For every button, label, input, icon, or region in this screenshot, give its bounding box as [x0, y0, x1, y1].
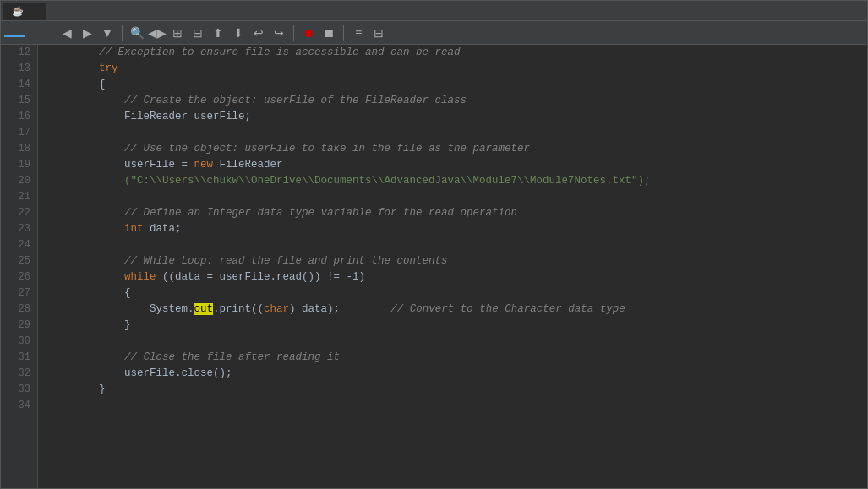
- toolbar-btn-15[interactable]: ⊟: [369, 24, 388, 41]
- toolbar-btn-6[interactable]: ⊞: [168, 24, 187, 41]
- line-number-24: 24: [4, 237, 30, 253]
- line-number-13: 13: [4, 61, 30, 77]
- code-line-34: [48, 398, 867, 414]
- line-numbers: 1213141516171819202122232425262728293031…: [1, 45, 38, 488]
- code-line-25: // While Loop: read the file and print t…: [48, 253, 867, 269]
- ide-window: ☕ ◀ ▶ ▼ 🔍 ◀▶ ⊞ ⊟ ⬆ ⬇ ↩ ↪ ⏺ ⏹ ≡ ⊟ 1213141…: [0, 0, 868, 489]
- toolbar-btn-10[interactable]: ↩: [249, 24, 268, 41]
- line-number-16: 16: [4, 109, 30, 125]
- toolbar-btn-11[interactable]: ↪: [270, 24, 288, 41]
- code-line-23: int data;: [48, 221, 867, 237]
- line-number-17: 17: [4, 125, 30, 141]
- line-number-14: 14: [4, 77, 30, 93]
- line-number-27: 27: [4, 285, 30, 302]
- line-number-21: 21: [4, 189, 30, 205]
- code-line-17: [48, 125, 867, 141]
- line-number-18: 18: [4, 141, 30, 157]
- code-line-20: ("C:\\Users\\chukw\\OneDrive\\Documents\…: [48, 173, 867, 189]
- code-line-18: // Use the object: userFile to take in t…: [48, 141, 867, 157]
- toolbar: ◀ ▶ ▼ 🔍 ◀▶ ⊞ ⊟ ⬆ ⬇ ↩ ↪ ⏺ ⏹ ≡ ⊟: [1, 21, 867, 45]
- code-line-22: // Define an Integer data type variable …: [48, 205, 867, 221]
- code-content[interactable]: // Exception to ensure file is accessibl…: [38, 45, 867, 488]
- code-line-14: {: [48, 77, 867, 93]
- toolbar-btn-5[interactable]: ◀▶: [148, 24, 167, 41]
- tab-icon: ☕: [12, 6, 24, 17]
- line-number-30: 30: [4, 334, 30, 350]
- code-line-13: try: [48, 61, 867, 77]
- code-line-16: FileReader userFile;: [48, 109, 867, 125]
- code-line-27: {: [48, 285, 867, 302]
- line-number-20: 20: [4, 173, 30, 189]
- line-number-33: 33: [4, 382, 30, 398]
- code-line-29: }: [48, 318, 867, 334]
- code-line-31: // Close the file after reading it: [48, 350, 867, 366]
- toolbar-btn-9[interactable]: ⬇: [229, 24, 248, 41]
- line-number-32: 32: [4, 366, 30, 382]
- history-tab[interactable]: [26, 30, 46, 36]
- toolbar-separator-3: [293, 25, 294, 41]
- line-number-15: 15: [4, 93, 30, 109]
- code-line-19: userFile = new FileReader: [48, 157, 867, 173]
- line-number-34: 34: [4, 398, 30, 414]
- source-tab[interactable]: [4, 29, 25, 37]
- tab-filehandling[interactable]: ☕: [3, 3, 46, 20]
- line-number-26: 26: [4, 269, 30, 285]
- code-line-28: System.out.print((char) data); // Conver…: [48, 302, 867, 318]
- line-number-19: 19: [4, 157, 30, 173]
- code-line-24: [48, 237, 867, 253]
- toolbar-btn-1[interactable]: ◀: [57, 24, 76, 41]
- toolbar-btn-2[interactable]: ▶: [78, 24, 96, 41]
- line-number-12: 12: [4, 45, 30, 61]
- line-number-31: 31: [4, 350, 30, 366]
- line-number-28: 28: [4, 302, 30, 318]
- toolbar-btn-13[interactable]: ⏹: [319, 24, 338, 41]
- toolbar-btn-4[interactable]: 🔍: [128, 24, 146, 41]
- toolbar-btn-12[interactable]: ⏺: [299, 24, 318, 41]
- line-number-29: 29: [4, 318, 30, 334]
- toolbar-separator-1: [52, 25, 52, 41]
- code-line-32: userFile.close();: [48, 366, 867, 382]
- toolbar-btn-7[interactable]: ⊟: [188, 24, 207, 41]
- code-line-12: // Exception to ensure file is accessibl…: [48, 45, 867, 61]
- code-line-30: [48, 334, 867, 350]
- tab-bar: ☕: [1, 1, 867, 21]
- code-line-33: }: [48, 382, 867, 398]
- toolbar-btn-8[interactable]: ⬆: [209, 24, 227, 41]
- toolbar-separator-2: [122, 25, 123, 41]
- line-number-23: 23: [4, 221, 30, 237]
- code-line-26: while ((data = userFile.read()) != -1): [48, 269, 867, 285]
- editor-area: 1213141516171819202122232425262728293031…: [1, 45, 867, 488]
- toolbar-btn-14[interactable]: ≡: [349, 24, 368, 41]
- code-line-15: // Create the object: userFile of the Fi…: [48, 93, 867, 109]
- line-number-25: 25: [4, 253, 30, 269]
- toolbar-separator-4: [343, 25, 344, 41]
- code-line-21: [48, 189, 867, 205]
- toolbar-btn-3[interactable]: ▼: [98, 24, 117, 41]
- line-number-22: 22: [4, 205, 30, 221]
